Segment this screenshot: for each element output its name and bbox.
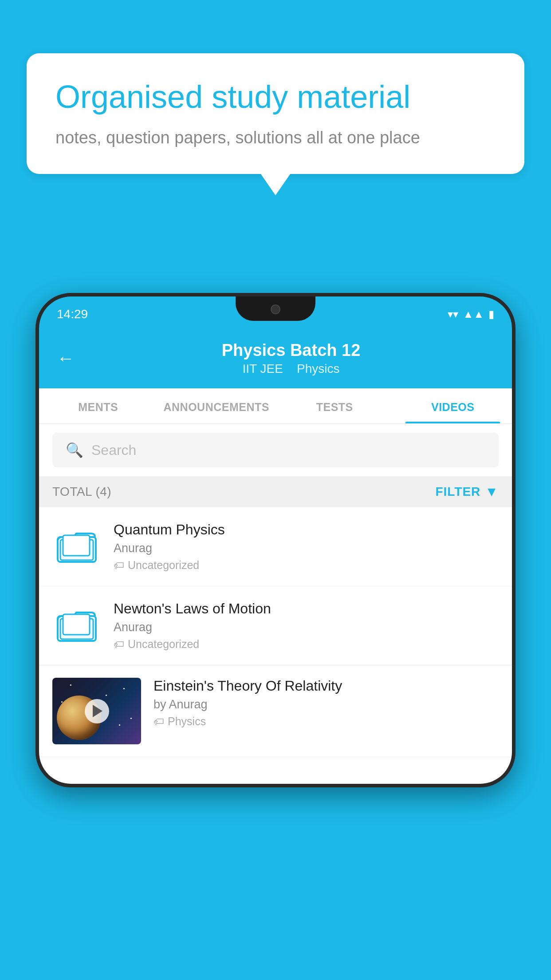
header-title-block: Physics Batch 12 IIT JEE Physics: [88, 341, 494, 376]
bubble-title: Organised study material: [55, 78, 496, 116]
video-title: Einstein's Theory Of Relativity: [153, 678, 499, 694]
video-info: Quantum Physics Anurag 🏷 Uncategorized: [114, 522, 499, 572]
filter-button[interactable]: FILTER ▼: [435, 484, 499, 499]
video-tag: 🏷 Uncategorized: [114, 638, 499, 651]
filter-label: FILTER: [435, 485, 480, 499]
wifi-icon: ▾▾: [448, 308, 458, 320]
power-button: [512, 412, 516, 465]
phone-notch: [236, 296, 315, 321]
battery-icon: ▮: [488, 308, 494, 320]
hero-section: Organised study material notes, question…: [27, 53, 524, 174]
tag-icon: 🏷: [114, 638, 124, 651]
search-bar[interactable]: 🔍 Search: [52, 433, 499, 467]
status-bar: 14:29 ▾▾ ▲▲ ▮: [39, 296, 512, 332]
back-button[interactable]: ←: [57, 348, 75, 368]
tag-icon: 🏷: [153, 715, 164, 728]
signal-icon: ▲▲: [463, 308, 484, 320]
filter-bar: TOTAL (4) FILTER ▼: [39, 476, 512, 507]
video-tag: 🏷 Uncategorized: [114, 559, 499, 572]
tabs-bar: MENTS ANNOUNCEMENTS TESTS VIDEOS: [39, 388, 512, 424]
total-count: TOTAL (4): [52, 485, 111, 499]
search-icon: 🔍: [66, 442, 83, 458]
play-triangle-icon: [93, 705, 102, 717]
tag-icon: 🏷: [114, 559, 124, 572]
folder-icon: [57, 527, 97, 567]
video-author: Anurag: [114, 620, 499, 634]
folder-thumbnail: [52, 601, 101, 650]
phone-wrapper: 14:29 ▾▾ ▲▲ ▮ ← Physics Batch 12 IIT JEE…: [35, 293, 516, 787]
svg-rect-2: [63, 535, 90, 556]
filter-icon: ▼: [485, 484, 499, 499]
video-tag: 🏷 Physics: [153, 715, 499, 728]
list-item[interactable]: Quantum Physics Anurag 🏷 Uncategorized: [39, 507, 512, 586]
video-title: Newton's Laws of Motion: [114, 601, 499, 617]
bubble-subtitle: notes, question papers, solutions all at…: [55, 128, 496, 147]
tab-tests[interactable]: TESTS: [276, 388, 394, 423]
video-author: by Anurag: [153, 698, 499, 711]
list-item[interactable]: Newton's Laws of Motion Anurag 🏷 Uncateg…: [39, 586, 512, 665]
status-time: 14:29: [57, 307, 88, 321]
video-list: Quantum Physics Anurag 🏷 Uncategorized: [39, 507, 512, 757]
list-item[interactable]: Einstein's Theory Of Relativity by Anura…: [39, 665, 512, 757]
search-input[interactable]: Search: [91, 442, 136, 458]
status-icons: ▾▾ ▲▲ ▮: [448, 308, 494, 320]
svg-rect-5: [63, 614, 90, 635]
video-info: Newton's Laws of Motion Anurag 🏷 Uncateg…: [114, 601, 499, 651]
search-container: 🔍 Search: [39, 424, 512, 476]
app-header: ← Physics Batch 12 IIT JEE Physics: [39, 332, 512, 388]
tab-announcements[interactable]: ANNOUNCEMENTS: [157, 388, 276, 423]
phone-bottom: [39, 757, 512, 784]
play-button[interactable]: [85, 699, 109, 723]
speech-bubble: Organised study material notes, question…: [27, 53, 524, 174]
camera: [271, 304, 280, 314]
tab-ments[interactable]: MENTS: [39, 388, 157, 423]
tab-videos[interactable]: VIDEOS: [394, 388, 512, 423]
header-title: Physics Batch 12: [88, 341, 494, 360]
video-title: Quantum Physics: [114, 522, 499, 538]
video-info: Einstein's Theory Of Relativity by Anura…: [153, 678, 499, 728]
phone-frame: 14:29 ▾▾ ▲▲ ▮ ← Physics Batch 12 IIT JEE…: [35, 293, 516, 787]
folder-icon: [57, 606, 97, 646]
header-subtitle: IIT JEE Physics: [88, 362, 494, 376]
volume-button: [35, 385, 39, 421]
video-author: Anurag: [114, 541, 499, 555]
folder-thumbnail: [52, 522, 101, 571]
video-thumbnail: [52, 678, 141, 744]
